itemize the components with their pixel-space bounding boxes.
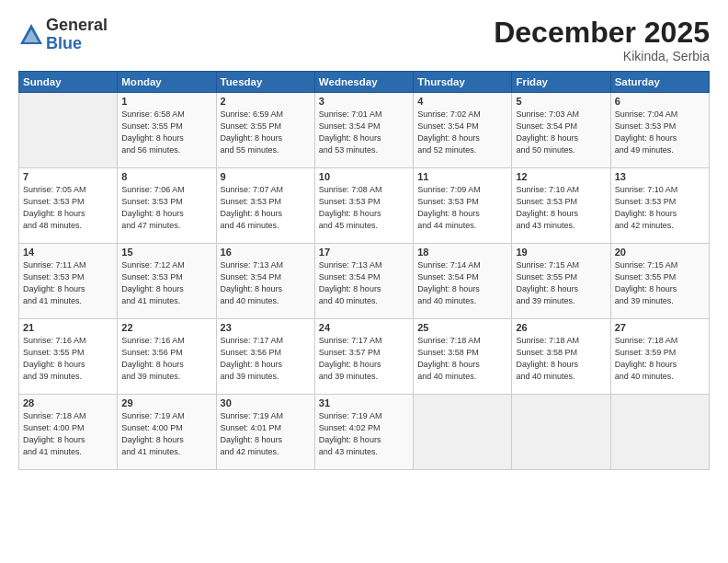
day-info: Sunrise: 7:19 AM Sunset: 4:02 PM Dayligh…: [319, 410, 409, 458]
day-number: 16: [221, 247, 311, 258]
calendar-cell: 17Sunrise: 7:13 AM Sunset: 3:54 PM Dayli…: [314, 244, 413, 319]
calendar-cell: 3Sunrise: 7:01 AM Sunset: 3:54 PM Daylig…: [314, 93, 413, 168]
day-info: Sunrise: 7:18 AM Sunset: 3:59 PM Dayligh…: [615, 335, 705, 383]
day-info: Sunrise: 7:10 AM Sunset: 3:53 PM Dayligh…: [516, 184, 606, 232]
calendar-cell: 16Sunrise: 7:13 AM Sunset: 3:54 PM Dayli…: [216, 244, 314, 319]
calendar-cell: 30Sunrise: 7:19 AM Sunset: 4:01 PM Dayli…: [216, 395, 314, 470]
day-info: Sunrise: 7:19 AM Sunset: 4:00 PM Dayligh…: [121, 410, 211, 458]
day-number: 5: [516, 96, 606, 107]
calendar-cell: [610, 395, 709, 470]
day-number: 18: [417, 247, 507, 258]
day-number: 10: [319, 171, 409, 182]
day-number: 28: [23, 397, 113, 408]
calendar-cell: 1Sunrise: 6:58 AM Sunset: 3:55 PM Daylig…: [118, 93, 216, 168]
calendar-cell: 13Sunrise: 7:10 AM Sunset: 3:53 PM Dayli…: [610, 168, 709, 244]
calendar-week-4: 21Sunrise: 7:16 AM Sunset: 3:55 PM Dayli…: [19, 319, 710, 395]
logo-blue-text: Blue: [46, 35, 108, 53]
day-header-tuesday: Tuesday: [216, 72, 314, 93]
title-block: December 2025 Kikinda, Serbia: [494, 17, 710, 63]
day-header-wednesday: Wednesday: [314, 72, 413, 93]
logo: General Blue: [18, 17, 108, 53]
day-info: Sunrise: 7:18 AM Sunset: 4:00 PM Dayligh…: [23, 410, 113, 458]
calendar-cell: 14Sunrise: 7:11 AM Sunset: 3:53 PM Dayli…: [19, 244, 118, 319]
day-info: Sunrise: 7:10 AM Sunset: 3:53 PM Dayligh…: [615, 184, 705, 232]
day-number: 12: [516, 171, 606, 182]
day-number: 13: [615, 171, 705, 182]
day-number: 6: [615, 96, 705, 107]
day-info: Sunrise: 6:58 AM Sunset: 3:55 PM Dayligh…: [121, 109, 211, 156]
logo-icon: [18, 22, 44, 48]
day-number: 21: [23, 322, 113, 333]
day-number: 27: [615, 322, 705, 333]
day-number: 17: [319, 247, 409, 258]
calendar-week-1: 1Sunrise: 6:58 AM Sunset: 3:55 PM Daylig…: [19, 93, 710, 168]
day-info: Sunrise: 7:04 AM Sunset: 3:53 PM Dayligh…: [615, 109, 705, 156]
calendar-cell: [414, 395, 512, 470]
day-number: 19: [516, 247, 606, 258]
day-header-thursday: Thursday: [414, 72, 512, 93]
calendar-cell: 24Sunrise: 7:17 AM Sunset: 3:57 PM Dayli…: [314, 319, 413, 395]
calendar-header-row: SundayMondayTuesdayWednesdayThursdayFrid…: [19, 72, 710, 93]
day-header-sunday: Sunday: [19, 72, 118, 93]
calendar-cell: 29Sunrise: 7:19 AM Sunset: 4:00 PM Dayli…: [118, 395, 216, 470]
day-header-monday: Monday: [118, 72, 216, 93]
day-info: Sunrise: 7:16 AM Sunset: 3:56 PM Dayligh…: [121, 335, 211, 383]
calendar-cell: 9Sunrise: 7:07 AM Sunset: 3:53 PM Daylig…: [216, 168, 314, 244]
calendar-cell: [512, 395, 610, 470]
calendar-week-2: 7Sunrise: 7:05 AM Sunset: 3:53 PM Daylig…: [19, 168, 710, 244]
calendar-week-5: 28Sunrise: 7:18 AM Sunset: 4:00 PM Dayli…: [19, 395, 710, 470]
day-info: Sunrise: 7:12 AM Sunset: 3:53 PM Dayligh…: [121, 259, 211, 307]
calendar-cell: 26Sunrise: 7:18 AM Sunset: 3:58 PM Dayli…: [512, 319, 610, 395]
day-info: Sunrise: 7:18 AM Sunset: 3:58 PM Dayligh…: [417, 335, 507, 383]
logo-general-text: General: [46, 17, 108, 35]
day-number: 20: [615, 247, 705, 258]
calendar-cell: 19Sunrise: 7:15 AM Sunset: 3:55 PM Dayli…: [512, 244, 610, 319]
day-number: 14: [23, 247, 113, 258]
day-info: Sunrise: 7:19 AM Sunset: 4:01 PM Dayligh…: [221, 410, 311, 458]
calendar-cell: 8Sunrise: 7:06 AM Sunset: 3:53 PM Daylig…: [118, 168, 216, 244]
day-number: 31: [319, 397, 409, 408]
day-info: Sunrise: 7:17 AM Sunset: 3:56 PM Dayligh…: [221, 335, 311, 383]
calendar-cell: 31Sunrise: 7:19 AM Sunset: 4:02 PM Dayli…: [314, 395, 413, 470]
calendar-cell: 10Sunrise: 7:08 AM Sunset: 3:53 PM Dayli…: [314, 168, 413, 244]
calendar-cell: 7Sunrise: 7:05 AM Sunset: 3:53 PM Daylig…: [19, 168, 118, 244]
day-number: 30: [221, 397, 311, 408]
month-title: December 2025: [494, 17, 710, 49]
day-info: Sunrise: 6:59 AM Sunset: 3:55 PM Dayligh…: [221, 109, 311, 156]
day-number: 15: [121, 247, 211, 258]
day-number: 3: [319, 96, 409, 107]
day-number: 29: [121, 397, 211, 408]
day-info: Sunrise: 7:02 AM Sunset: 3:54 PM Dayligh…: [417, 109, 507, 156]
day-info: Sunrise: 7:08 AM Sunset: 3:53 PM Dayligh…: [319, 184, 409, 232]
day-number: 4: [417, 96, 507, 107]
header: General Blue December 2025 Kikinda, Serb…: [18, 17, 710, 63]
calendar-cell: 23Sunrise: 7:17 AM Sunset: 3:56 PM Dayli…: [216, 319, 314, 395]
calendar-cell: 18Sunrise: 7:14 AM Sunset: 3:54 PM Dayli…: [414, 244, 512, 319]
day-info: Sunrise: 7:15 AM Sunset: 3:55 PM Dayligh…: [615, 259, 705, 307]
calendar-cell: 28Sunrise: 7:18 AM Sunset: 4:00 PM Dayli…: [19, 395, 118, 470]
calendar-week-3: 14Sunrise: 7:11 AM Sunset: 3:53 PM Dayli…: [19, 244, 710, 319]
day-number: 11: [417, 171, 507, 182]
day-info: Sunrise: 7:13 AM Sunset: 3:54 PM Dayligh…: [221, 259, 311, 307]
day-number: 7: [23, 171, 113, 182]
day-info: Sunrise: 7:09 AM Sunset: 3:53 PM Dayligh…: [417, 184, 507, 232]
day-info: Sunrise: 7:18 AM Sunset: 3:58 PM Dayligh…: [516, 335, 606, 383]
calendar-cell: 5Sunrise: 7:03 AM Sunset: 3:54 PM Daylig…: [512, 93, 610, 168]
day-info: Sunrise: 7:07 AM Sunset: 3:53 PM Dayligh…: [221, 184, 311, 232]
calendar-cell: 11Sunrise: 7:09 AM Sunset: 3:53 PM Dayli…: [414, 168, 512, 244]
calendar-cell: 4Sunrise: 7:02 AM Sunset: 3:54 PM Daylig…: [414, 93, 512, 168]
day-info: Sunrise: 7:17 AM Sunset: 3:57 PM Dayligh…: [319, 335, 409, 383]
calendar-cell: 22Sunrise: 7:16 AM Sunset: 3:56 PM Dayli…: [118, 319, 216, 395]
calendar-cell: 27Sunrise: 7:18 AM Sunset: 3:59 PM Dayli…: [610, 319, 709, 395]
day-number: 8: [121, 171, 211, 182]
day-info: Sunrise: 7:01 AM Sunset: 3:54 PM Dayligh…: [319, 109, 409, 156]
day-number: 9: [221, 171, 311, 182]
calendar-page: General Blue December 2025 Kikinda, Serb…: [0, 0, 728, 563]
location: Kikinda, Serbia: [494, 49, 710, 63]
day-info: Sunrise: 7:14 AM Sunset: 3:54 PM Dayligh…: [417, 259, 507, 307]
calendar-cell: 12Sunrise: 7:10 AM Sunset: 3:53 PM Dayli…: [512, 168, 610, 244]
calendar-table: SundayMondayTuesdayWednesdayThursdayFrid…: [18, 71, 710, 470]
day-info: Sunrise: 7:16 AM Sunset: 3:55 PM Dayligh…: [23, 335, 113, 383]
day-number: 23: [221, 322, 311, 333]
day-number: 25: [417, 322, 507, 333]
